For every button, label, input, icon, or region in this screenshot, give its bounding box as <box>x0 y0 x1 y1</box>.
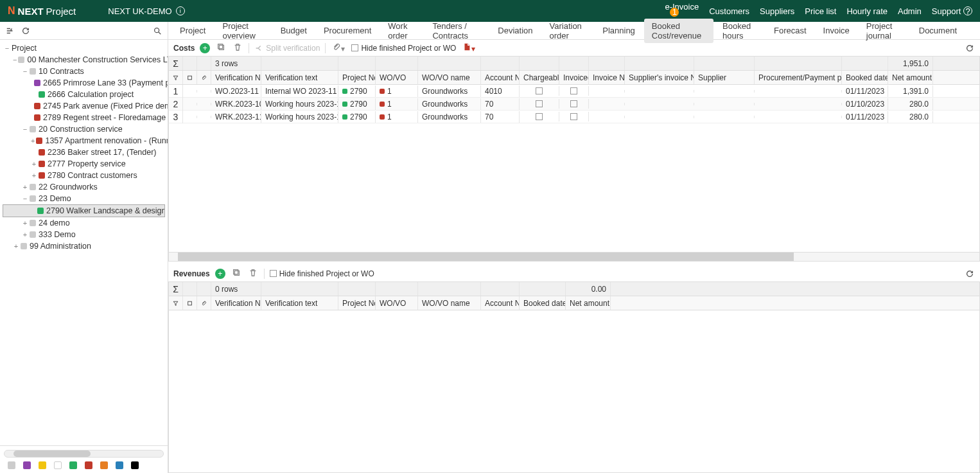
col-booked-date[interactable]: Booked date <box>842 71 888 84</box>
tab-invoice[interactable]: Invoice <box>816 23 857 38</box>
rcol-wovo[interactable]: WO/VO <box>376 296 418 310</box>
nav-suppliers[interactable]: Suppliers <box>760 6 794 16</box>
tab-project-overview[interactable]: Project overview <box>214 19 271 43</box>
pdf-export-icon[interactable]: ▾ <box>461 42 477 53</box>
tab-project-journal[interactable]: Project journal <box>859 19 910 43</box>
nav-pricelist[interactable]: Price list <box>805 6 836 16</box>
tree-h-scrollbar[interactable] <box>4 450 164 458</box>
legend-color[interactable] <box>23 461 31 469</box>
tab-procurement[interactable]: Procurement <box>316 23 379 38</box>
nav-admin[interactable]: Admin <box>898 6 922 16</box>
tree-item[interactable]: +1357 Apartment renovation - (Running <box>0 135 168 147</box>
delete-revenue-icon[interactable] <box>247 268 259 279</box>
nav-support[interactable]: Support ? <box>932 6 972 16</box>
tree-item[interactable]: +22 Groundworks <box>0 181 168 193</box>
copy-icon[interactable] <box>215 42 227 53</box>
filter-rev-icon[interactable] <box>169 296 183 310</box>
col-supplier[interactable]: Supplier <box>694 71 755 84</box>
tab-work-order[interactable]: Work order <box>380 19 423 43</box>
tree-item[interactable]: 2789 Regent street - Floredamage <box>0 112 168 123</box>
tree-item[interactable]: +2780 Contract customers <box>0 170 168 181</box>
tree-item[interactable]: −00 Manchester Construction Services LTD <box>0 54 168 66</box>
sigma-icon[interactable]: Σ <box>169 57 183 70</box>
hide-finished-checkbox[interactable]: Hide finished Project or WO <box>351 44 456 53</box>
col-invoiced[interactable]: Invoiced <box>559 71 589 84</box>
col-supplier-invoice-no[interactable]: Supplier's invoice No <box>625 71 694 84</box>
rcol-net-amount[interactable]: Net amount <box>566 296 611 310</box>
attachment-col-icon[interactable] <box>197 71 211 84</box>
note-col-icon[interactable] <box>183 71 197 84</box>
col-project-no[interactable]: Project No <box>338 71 376 84</box>
tree-item[interactable]: +24 demo <box>0 217 168 229</box>
col-verification-no[interactable]: Verification No ▴ <box>211 71 261 84</box>
col-account-no[interactable]: Account No <box>481 71 520 84</box>
legend-color[interactable] <box>100 461 108 469</box>
tree-item[interactable]: +99 Administration <box>0 240 168 252</box>
legend-color[interactable] <box>69 461 77 469</box>
legend-color[interactable] <box>39 461 46 469</box>
filter-icon[interactable] <box>169 71 183 84</box>
table-row[interactable]: 2WRK.2023-10Working hours 2023-1...27901… <box>169 98 979 111</box>
col-procurement-plan[interactable]: Procurement/Payment plan <box>755 71 842 84</box>
rcol-project-no[interactable]: Project No <box>338 296 376 310</box>
col-wovo[interactable]: WO/VO <box>376 71 418 84</box>
refresh-costs-icon[interactable] <box>965 43 975 53</box>
tree-item[interactable]: 2666 Calculation project <box>0 89 168 100</box>
tree-item[interactable]: 2790 Walker Landscape & design <box>3 204 165 217</box>
tree-item[interactable]: −23 Demo <box>0 193 168 204</box>
col-chargeable[interactable]: Chargeable <box>520 71 559 84</box>
rcol-verification-text[interactable]: Verification text <box>261 296 338 310</box>
tab-tenders-contracts[interactable]: Tenders / Contracts <box>424 19 489 43</box>
tab-forecast[interactable]: Forecast <box>766 23 814 38</box>
nav-customers[interactable]: Customers <box>709 6 749 16</box>
tab-planning[interactable]: Planning <box>595 23 643 38</box>
attachment-rev-col-icon[interactable] <box>197 296 211 310</box>
refresh-tabs-icon[interactable] <box>966 26 976 36</box>
project-tree[interactable]: −Project−00 Manchester Construction Serv… <box>0 40 168 445</box>
note-rev-col-icon[interactable] <box>183 296 197 310</box>
search-icon[interactable] <box>152 26 162 36</box>
info-icon[interactable]: i <box>176 6 185 15</box>
tree-item[interactable]: 2236 Baker street 17, (Tender) <box>0 147 168 158</box>
tab-budget[interactable]: Budget <box>273 23 315 38</box>
table-row[interactable]: 1WO.2023-11Internal WO 2023-1127901Groun… <box>169 85 979 98</box>
table-row[interactable]: 3WRK.2023-11Working hours 2023-1...27901… <box>169 111 979 123</box>
tab-deviation[interactable]: Deviation <box>490 23 540 38</box>
tab-booked-cost-revenue[interactable]: Booked Cost/revenue <box>644 19 713 43</box>
rcol-account-no[interactable]: Account No <box>481 296 520 310</box>
legend-color[interactable] <box>85 461 92 469</box>
demo-selector[interactable]: NEXT UK-DEMO i <box>108 6 184 16</box>
tree-item[interactable]: 2665 Primrose Lane 33 (Payment plan, <box>0 77 168 89</box>
tree-item[interactable]: −10 Contracts <box>0 66 168 77</box>
legend-color[interactable] <box>116 461 123 469</box>
tree-item[interactable]: −20 Construction service <box>0 123 168 135</box>
delete-icon[interactable] <box>232 42 243 53</box>
col-verification-text[interactable]: Verification text <box>261 71 338 84</box>
tab-document[interactable]: Document <box>911 23 965 38</box>
hide-finished-rev-checkbox[interactable]: Hide finished Project or WO <box>270 269 374 278</box>
refresh-icon[interactable] <box>21 26 31 36</box>
legend-color[interactable] <box>54 461 62 469</box>
col-wovo-name[interactable]: WO/VO name <box>418 71 481 84</box>
tree-root[interactable]: −Project <box>0 42 168 54</box>
tree-item[interactable]: 2745 Park avenue (Fixed Price demons <box>0 100 168 112</box>
tree-item[interactable]: +2777 Property service <box>0 158 168 170</box>
tree-collapse-icon[interactable] <box>5 26 15 36</box>
tab-booked-hours[interactable]: Booked hours <box>715 19 765 43</box>
legend-color[interactable] <box>8 461 15 469</box>
tree-item[interactable]: +333 Demo <box>0 229 168 240</box>
add-revenue-button[interactable]: + <box>215 269 225 279</box>
copy-revenue-icon[interactable] <box>231 268 242 279</box>
rcol-verification-no[interactable]: Verification No ▴ <box>211 296 261 310</box>
tab-variation-order[interactable]: Variation order <box>542 19 594 43</box>
col-net-amount[interactable]: Net amount <box>888 71 933 84</box>
add-cost-button[interactable]: + <box>200 43 210 53</box>
nav-hourly[interactable]: Hourly rate <box>846 6 888 16</box>
refresh-revenues-icon[interactable] <box>965 269 975 279</box>
attachment-icon[interactable]: ▾ <box>331 42 346 53</box>
tab-project[interactable]: Project <box>172 23 213 38</box>
nav-einvoice[interactable]: e-Invoice1 <box>665 2 699 21</box>
rcol-wovo-name[interactable]: WO/VO name <box>418 296 481 310</box>
sigma-rev-icon[interactable]: Σ <box>169 282 183 296</box>
costs-h-scrollbar[interactable] <box>169 252 979 261</box>
